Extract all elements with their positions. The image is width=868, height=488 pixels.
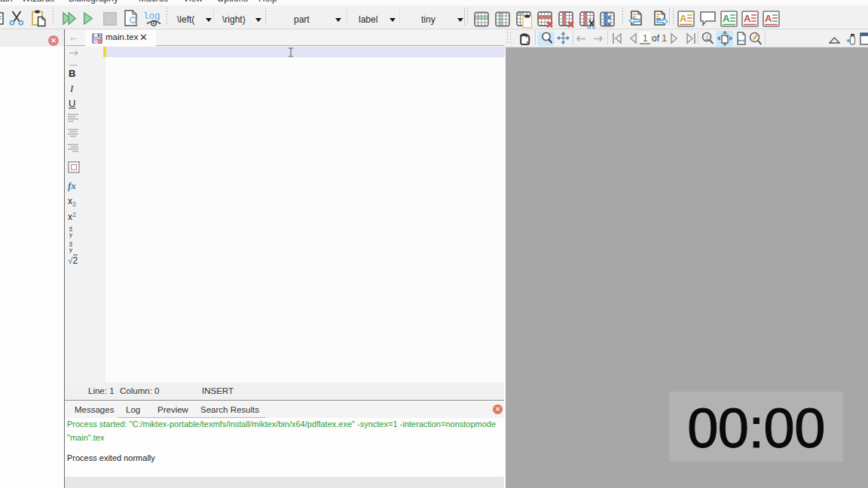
svg-text:log: log (143, 11, 160, 22)
svg-text:A: A (723, 13, 730, 24)
svg-text:A: A (680, 13, 687, 24)
svg-text:A: A (765, 13, 772, 24)
svg-text:A: A (744, 13, 751, 24)
svg-text:1: 1 (705, 34, 709, 41)
